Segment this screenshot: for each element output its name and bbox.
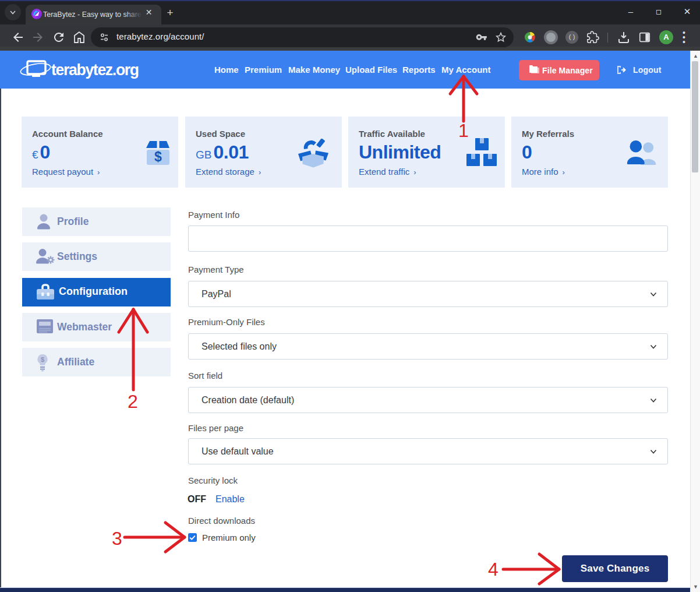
svg-text:2: 2 (128, 391, 138, 412)
svg-text:3: 3 (112, 528, 122, 549)
svg-text:1: 1 (458, 120, 469, 141)
svg-text:4: 4 (488, 559, 499, 580)
